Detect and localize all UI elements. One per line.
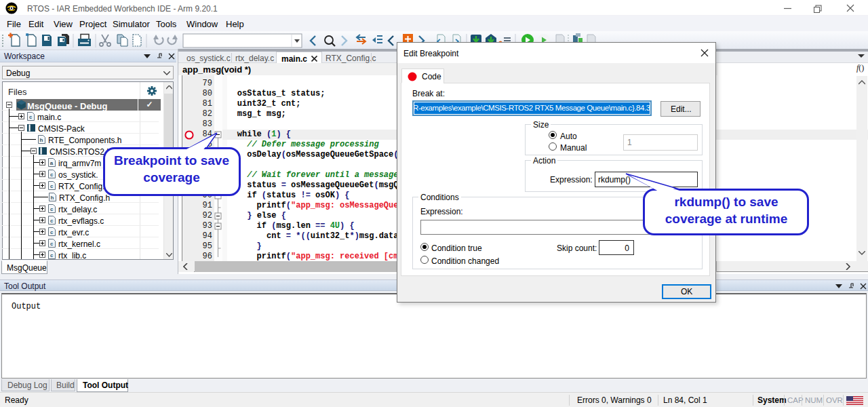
- svg-text:c: c: [50, 172, 54, 178]
- svg-text:c: c: [50, 206, 54, 212]
- svg-text:c: c: [50, 183, 54, 189]
- svg-text:c: c: [50, 252, 54, 258]
- svg-text:a: a: [50, 160, 54, 166]
- svg-text:h: h: [51, 195, 54, 201]
- svg-text:c: c: [29, 114, 33, 120]
- svg-text:c: c: [50, 218, 54, 224]
- svg-text:rkdump() to save: rkdump() to save: [674, 195, 778, 209]
- svg-text:h: h: [40, 137, 43, 143]
- svg-text:coverage at runtime: coverage at runtime: [665, 212, 788, 226]
- svg-text:c: c: [50, 241, 54, 247]
- svg-text:Breakpoint to save: Breakpoint to save: [114, 153, 229, 168]
- svg-text:coverage: coverage: [143, 170, 199, 185]
- svg-text:c: c: [50, 229, 54, 235]
